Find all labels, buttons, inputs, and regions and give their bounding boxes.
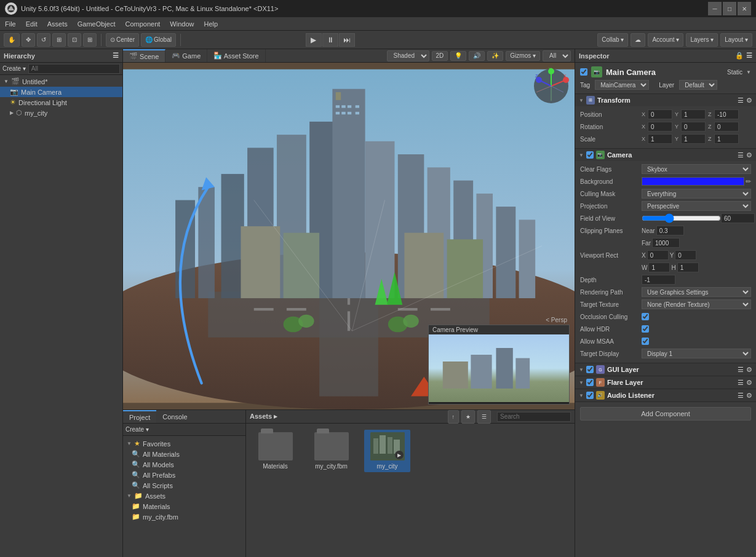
audio-toggle[interactable]: 🔊	[469, 51, 485, 61]
tag-dropdown[interactable]: MainCamera	[595, 80, 649, 90]
tree-all-materials[interactable]: 🔍 All Materials	[123, 449, 245, 459]
scene-gizmo[interactable]: X Y Z	[533, 68, 570, 105]
gui-layer-header[interactable]: ▼ G GUI Layer ☰ ⚙	[575, 363, 756, 376]
rect-tool-button[interactable]: ⊡	[68, 33, 81, 47]
culling-mask-dropdown[interactable]: Everything	[642, 189, 751, 199]
hierarchy-item-untitled[interactable]: ▼ 🎬 Untitled*	[0, 76, 122, 87]
inspector-lock-icon[interactable]: 🔒	[735, 52, 744, 60]
menu-file[interactable]: File	[0, 19, 21, 29]
tree-all-prefabs[interactable]: 🔍 All Prefabs	[123, 470, 245, 480]
object-active-checkbox[interactable]	[580, 68, 587, 76]
flare-layer-checkbox[interactable]	[586, 379, 594, 386]
projection-dropdown[interactable]: Perspective	[642, 201, 751, 211]
fov-input[interactable]	[721, 213, 755, 223]
rotate-tool-button[interactable]: ↺	[37, 33, 50, 47]
asset-bookmark-button[interactable]: ★	[461, 410, 475, 424]
allow-msaa-checkbox[interactable]	[642, 338, 649, 345]
layout-button[interactable]: Layout ▾	[720, 33, 752, 47]
hierarchy-menu-icon[interactable]: ☰	[113, 52, 119, 60]
transform-menu-icon[interactable]: ☰	[738, 97, 744, 105]
move-tool-button[interactable]: ✥	[22, 33, 35, 47]
asset-item-materials[interactable]: Materials	[252, 430, 298, 472]
vp-w-input[interactable]	[648, 263, 670, 272]
camera-gear-icon[interactable]: ⚙	[746, 151, 752, 159]
lighting-toggle[interactable]: 💡	[450, 51, 466, 61]
audio-listener-checkbox[interactable]	[586, 392, 594, 399]
target-texture-dropdown[interactable]: None (Render Texture)	[642, 299, 751, 309]
camera-menu-icon[interactable]: ☰	[738, 151, 744, 159]
assets-search-input[interactable]	[497, 412, 571, 422]
menu-help[interactable]: Help	[199, 19, 223, 29]
assets-section[interactable]: ▼ 📁 Assets	[123, 491, 245, 501]
asset-menu-button[interactable]: ☰	[477, 410, 491, 424]
position-x-input[interactable]	[648, 109, 672, 119]
maximize-button[interactable]: □	[723, 2, 736, 15]
allow-hdr-checkbox[interactable]	[642, 325, 649, 333]
gizmos-button[interactable]: Gizmos ▾	[506, 51, 540, 61]
center-toggle-button[interactable]: ⊙ Center	[106, 33, 139, 47]
background-color-picker[interactable]	[642, 177, 744, 186]
position-y-input[interactable]	[681, 109, 706, 119]
step-button[interactable]: ⏭	[339, 33, 355, 47]
tab-game[interactable]: 🎮 Game	[165, 49, 207, 62]
camera-section-header[interactable]: ▼ 📷 Camera ☰ ⚙	[575, 149, 756, 161]
menu-gameobject[interactable]: GameObject	[73, 19, 121, 29]
near-input[interactable]	[656, 226, 684, 235]
static-dropdown-icon[interactable]: ▼	[746, 69, 751, 75]
gui-layer-checkbox[interactable]	[586, 366, 594, 373]
transform-section-header[interactable]: ▼ ⊞ Transform ☰ ⚙	[575, 94, 756, 106]
asset-item-my-city[interactable]: ▶ my_city	[364, 430, 410, 472]
scale-x-input[interactable]	[648, 134, 672, 144]
global-toggle-button[interactable]: 🌐 Global	[141, 33, 176, 47]
audio-listener-header[interactable]: ▼ 🔊 Audio Listener ☰ ⚙	[575, 389, 756, 401]
tab-console[interactable]: Console	[156, 410, 193, 423]
fov-slider[interactable]	[642, 215, 721, 222]
far-input[interactable]	[652, 238, 680, 248]
hierarchy-item-main-camera[interactable]: 📷 Main Camera	[0, 87, 122, 97]
menu-component[interactable]: Component	[120, 19, 165, 29]
tree-all-scripts[interactable]: 🔍 All Scripts	[123, 480, 245, 491]
close-button[interactable]: ✕	[738, 2, 751, 15]
hierarchy-search-input[interactable]	[28, 64, 120, 74]
pause-button[interactable]: ⏸	[322, 33, 338, 47]
flare-gear-icon[interactable]: ⚙	[746, 379, 752, 387]
occlusion-checkbox[interactable]	[642, 313, 649, 320]
tree-my-city-fbm[interactable]: 📁 my_city.fbm	[123, 512, 245, 522]
position-z-input[interactable]	[714, 109, 739, 119]
gui-gear-icon[interactable]: ⚙	[746, 366, 752, 374]
camera-enabled-checkbox[interactable]	[586, 151, 594, 159]
rotation-z-input[interactable]	[714, 122, 739, 132]
gui-menu-icon[interactable]: ☰	[738, 366, 744, 374]
scale-tool-button[interactable]: ⊞	[52, 33, 66, 47]
target-display-dropdown[interactable]: Display 1	[642, 349, 751, 358]
minimize-button[interactable]: ─	[708, 2, 722, 15]
object-name-field[interactable]: Main Camera	[606, 68, 723, 77]
menu-edit[interactable]: Edit	[21, 19, 42, 29]
scene-view[interactable]: X Y Z < Persp	[123, 63, 575, 409]
rotation-y-input[interactable]	[681, 122, 706, 132]
clear-flags-dropdown[interactable]: Skybox	[642, 164, 751, 174]
tree-all-models[interactable]: 🔍 All Models	[123, 459, 245, 470]
layers-button[interactable]: Layers ▾	[686, 33, 718, 47]
play-button[interactable]: ▶	[306, 33, 322, 47]
layers-filter[interactable]: All	[543, 50, 571, 61]
flare-layer-header[interactable]: ▼ F Flare Layer ☰ ⚙	[575, 376, 756, 389]
tree-materials[interactable]: 📁 Materials	[123, 501, 245, 512]
tab-asset-store[interactable]: 🏪 Asset Store	[207, 49, 265, 62]
favorites-section[interactable]: ▼ ★ Favorites	[123, 438, 245, 449]
hierarchy-item-my-city[interactable]: ▶ ⬡ my_city	[0, 108, 122, 118]
project-create-label[interactable]: Create ▾	[125, 426, 149, 433]
scale-z-input[interactable]	[714, 134, 739, 144]
tab-scene[interactable]: 🎬 Scene	[123, 49, 165, 62]
add-component-button[interactable]: Add Component	[580, 407, 751, 421]
effects-toggle[interactable]: ✨	[487, 51, 503, 61]
audio-menu-icon[interactable]: ☰	[738, 392, 744, 400]
2d-toggle[interactable]: 2D	[432, 51, 448, 61]
rotation-x-input[interactable]	[648, 122, 672, 132]
asset-upload-button[interactable]: ↑	[448, 410, 460, 424]
rendering-path-dropdown[interactable]: Use Graphics Settings	[642, 287, 751, 297]
tab-project[interactable]: Project	[123, 410, 156, 423]
collab-button[interactable]: Collab ▾	[597, 33, 628, 47]
vp-h-input[interactable]	[677, 263, 699, 272]
background-eyedropper-icon[interactable]: ✏	[746, 178, 751, 186]
